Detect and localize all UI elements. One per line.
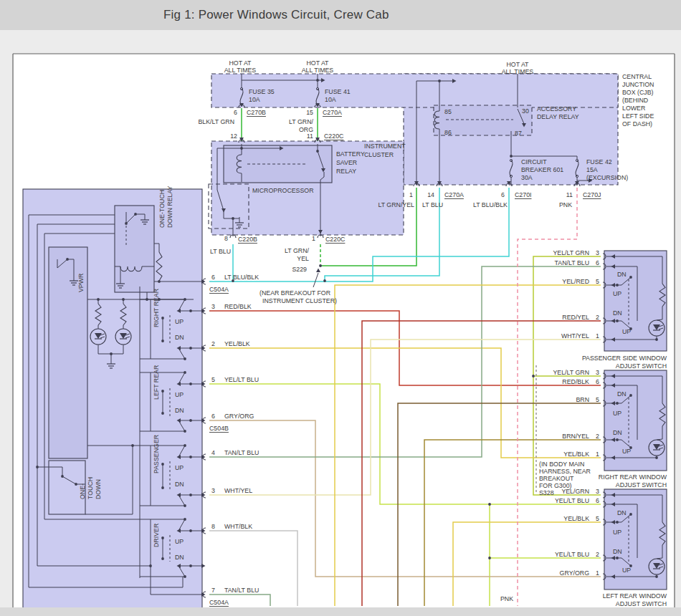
label-6: 6 — [596, 378, 599, 385]
junction-dot — [629, 513, 632, 516]
label-yel-lt-blu: YEL/LT BLU — [224, 376, 259, 383]
label-all-times: ALL TIMES — [224, 67, 257, 74]
label-2: 2 — [596, 551, 599, 558]
label-11: 11 — [307, 133, 313, 140]
label-hot-at: HOT AT — [229, 59, 252, 67]
junction-dot — [161, 317, 164, 319]
junction-dot — [629, 276, 632, 279]
label-all-times: ALL TIMES — [302, 67, 334, 74]
junction-dot — [616, 402, 619, 405]
label-lt-blu-blk: LT BLU/BLK — [224, 274, 259, 281]
junction-dot — [438, 80, 441, 82]
label-lt-grn-: LT GRN/ — [285, 247, 309, 254]
label-15a: 15A — [586, 166, 598, 173]
junction-dot — [189, 309, 192, 312]
label-driver: DRIVER — [153, 524, 160, 547]
junction-dot — [510, 155, 513, 158]
label-c504b: C504B — [209, 425, 229, 432]
label-tan-lt-blu: TAN/LT BLU — [224, 587, 259, 594]
label-6: 6 — [211, 274, 215, 281]
label-yel-red: YEL/RED — [562, 278, 589, 285]
label-up: UP — [613, 529, 622, 536]
label-up: UP — [175, 464, 184, 471]
label-dn: DN — [613, 429, 622, 436]
label-central: CENTRAL — [622, 73, 652, 80]
label-7: 7 — [211, 587, 215, 594]
label-c270j: C270J — [583, 191, 601, 198]
label-red-blk: RED/BLK — [562, 378, 589, 385]
label-yel-lt-blu: YEL/LT BLU — [555, 497, 589, 504]
label-c504a: C504A — [209, 599, 229, 606]
label-5: 5 — [596, 396, 599, 403]
label-lt-grn-: LT GRN/ — [289, 118, 313, 125]
label-dn: DN — [613, 309, 622, 317]
label-cluster: CLUSTER — [364, 151, 394, 158]
label-yel-blk: YEL/BLK — [224, 340, 250, 347]
label-1: 1 — [312, 235, 315, 242]
junction-dot — [61, 475, 64, 478]
label-dn: DN — [175, 407, 184, 414]
figure-title: Fig 1: Power Windows Circuit, Crew Cab — [163, 8, 389, 22]
junction-dot — [488, 503, 491, 506]
junction-dot — [189, 564, 192, 567]
label-6: 6 — [501, 191, 505, 198]
label-down: DOWN — [95, 479, 102, 499]
label-adjust-switch: ADJUST SWITCH — [616, 362, 667, 370]
label-yel-blk: YEL/BLK — [563, 515, 589, 522]
label-10a: 10A — [325, 96, 336, 103]
label-lower: LOWER — [622, 105, 645, 112]
junction-dot — [323, 279, 326, 282]
junction-dot — [616, 438, 619, 441]
junction-dot — [616, 521, 619, 524]
label-tan-lt-blu: TAN/LT BLU — [555, 259, 589, 266]
junction-dot — [240, 147, 243, 150]
junction-dot — [189, 494, 192, 496]
label-11: 11 — [566, 191, 573, 198]
label-30a: 30A — [521, 174, 533, 181]
junction-dot — [161, 536, 164, 539]
label-lt-blu-blk: LT BLU/BLK — [473, 201, 508, 208]
label-15: 15 — [306, 109, 313, 116]
label-vpwr: VPWR — [77, 274, 85, 292]
label-2: 2 — [596, 433, 599, 440]
label-passenger: PASSENGER — [153, 435, 160, 473]
label-wht-blk: WHT/BLK — [224, 523, 252, 530]
label-dn: DN — [617, 390, 627, 398]
label-12: 12 — [230, 133, 237, 140]
junction-dot — [189, 529, 192, 532]
label-c220b: C220B — [238, 236, 257, 243]
label-harness-near: HARNESS, NEAR — [539, 468, 591, 475]
junction-dot — [36, 466, 39, 468]
junction-dot — [189, 419, 192, 422]
label-down-relay: DOWN RELAY — [166, 186, 173, 228]
label-8: 8 — [211, 523, 215, 530]
label-left-rear-window: LEFT REAR WINDOW — [603, 592, 667, 600]
label-4: 4 — [211, 449, 215, 456]
junction-dot — [161, 340, 164, 342]
label-one-touch: ONE-TOUCH — [158, 190, 166, 228]
label-10a: 10A — [249, 96, 260, 103]
junction-dot — [532, 375, 535, 377]
label-box-cjb-: BOX (CJB) — [622, 89, 654, 96]
label-all-times: ALL TIMES — [502, 68, 534, 75]
junction-dot — [97, 298, 100, 301]
label-c504a: C504A — [209, 286, 229, 293]
label-saver: SAVER — [336, 159, 357, 166]
label-dn: DN — [175, 554, 184, 561]
label-right-rear: RIGHT REAR — [153, 289, 160, 327]
label-85: 85 — [444, 108, 452, 115]
label-wht-yel: WHT/YEL — [561, 332, 589, 340]
junction-dot — [616, 319, 619, 322]
wiring-diagram: HOT ATALL TIMESHOT ATALL TIMESHOT ATALL … — [0, 0, 681, 616]
label-dn: DN — [613, 548, 622, 555]
label-junction: JUNCTION — [622, 81, 654, 88]
junction-dot — [158, 280, 161, 283]
label-1: 1 — [409, 191, 413, 198]
label-1: 1 — [596, 332, 599, 340]
label-tan-lt-blu: TAN/LT BLU — [224, 449, 259, 456]
junction-dot — [319, 264, 322, 267]
label-breaker-601: BREAKER 601 — [521, 166, 563, 173]
label-up: UP — [175, 391, 184, 398]
label-lt-blu: LT BLU — [210, 248, 231, 255]
junction-dot — [134, 213, 137, 216]
